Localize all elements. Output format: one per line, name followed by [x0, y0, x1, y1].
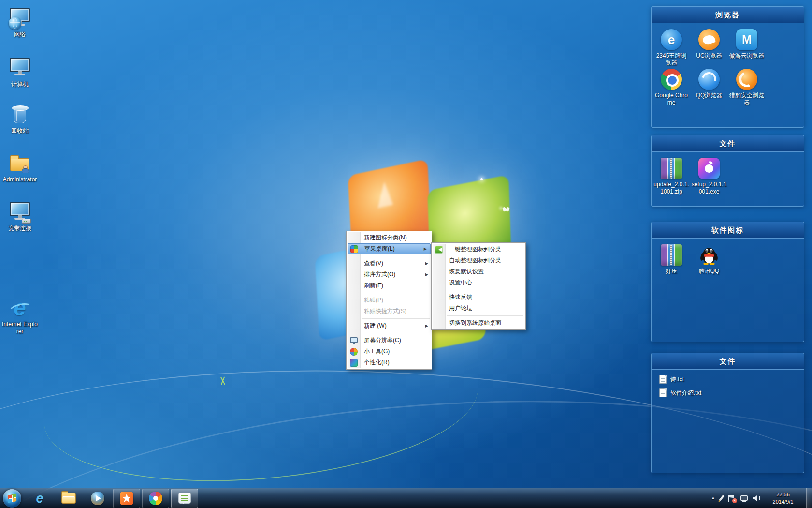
- panel-item-uc-browser[interactable]: UC浏览器: [690, 29, 728, 67]
- text-document-icon: [659, 388, 667, 397]
- menu-item-new-icon-category[interactable]: 新建图标分类(N): [347, 232, 432, 243]
- panel-item-liebao-browser[interactable]: 猎豹安全浏览器: [728, 69, 766, 106]
- panel-item-tencent-qq[interactable]: 腾讯QQ: [690, 244, 728, 275]
- wallpaper-sprig: [218, 376, 227, 385]
- panel-files-top-body: update_2.0.1.1001.zip setup_2.0.1.1001.e…: [652, 152, 804, 201]
- taskbar-message-app[interactable]: [171, 489, 198, 508]
- submenu-item-auto-organize[interactable]: 自动整理图标到分类: [432, 255, 525, 266]
- taskbar-flower-app[interactable]: [142, 489, 169, 508]
- panel-browsers: 浏览器 e 2345王牌浏览器 UC浏览器 M 傲游云浏览器 Google Ch: [651, 6, 804, 128]
- menu-item-screen-resolution[interactable]: 屏幕分辨率(C): [347, 335, 432, 346]
- tray-pen-icon[interactable]: [719, 495, 724, 501]
- desktop-icon-broadband[interactable]: 宽带连接: [1, 200, 39, 232]
- taskbar-clock[interactable]: 22:56 2014/9/1: [766, 491, 800, 506]
- desktop-icon-label: 回收站: [1, 127, 39, 134]
- panel-files-bottom-header[interactable]: 文件: [652, 353, 804, 370]
- panel-item-qq-browser[interactable]: QQ浏览器: [690, 69, 728, 106]
- menu-item-paste-shortcut: 粘贴快捷方式(S): [347, 306, 432, 317]
- start-button[interactable]: [3, 489, 21, 508]
- text-document-icon: [659, 375, 667, 384]
- panel-item-google-chrome[interactable]: Google Chrome: [652, 69, 690, 106]
- submenu-item-quick-feedback[interactable]: 快速反馈: [432, 292, 525, 303]
- internet-explorer-icon: e: [36, 492, 43, 505]
- context-submenu: 一键整理图标到分类 自动整理图标到分类 恢复默认设置 设置中心... 快速反馈 …: [431, 242, 526, 330]
- qq-penguin-icon: [698, 244, 720, 266]
- panel-item-setup-exe[interactable]: setup_2.0.1.1001.exe: [690, 158, 728, 195]
- apple-setup-icon: [698, 158, 720, 179]
- menu-separator: [362, 256, 430, 256]
- panel-files-bottom: 文件 诗.txt 软件介绍.txt: [651, 353, 804, 473]
- menu-item-gadgets[interactable]: 小工具(G): [347, 346, 432, 357]
- panel-files-top: 文件 update_2.0.1.1001.zip setup_2.0.1.100…: [651, 135, 804, 207]
- menu-item-view[interactable]: 查看(V) ▶: [347, 258, 432, 269]
- person-shape: [22, 165, 28, 173]
- taskbar-explorer[interactable]: [55, 489, 82, 508]
- submenu-item-one-key-organize[interactable]: 一键整理图标到分类: [432, 244, 525, 255]
- globe-shape: [9, 17, 21, 30]
- alert-badge: ×: [732, 498, 737, 503]
- file-row-poem-txt[interactable]: 诗.txt: [652, 373, 803, 386]
- screen: 网络 计算机 回收站 Administrator 宽带连接 e Internet…: [0, 0, 812, 508]
- internet-explorer-icon: e: [8, 296, 31, 319]
- uc-browser-icon: [698, 29, 720, 50]
- panel-files-bottom-body: 诗.txt 软件介绍.txt: [652, 370, 804, 404]
- menu-item-new[interactable]: 新建 (W) ▶: [347, 320, 432, 331]
- zip-archive-icon: [661, 158, 682, 179]
- media-player-icon: [91, 492, 104, 505]
- menu-item-sort-by[interactable]: 排序方式(O) ▶: [347, 269, 432, 280]
- taskbar-internet-explorer[interactable]: e: [26, 489, 53, 508]
- panel-software-header[interactable]: 软件图标: [652, 222, 804, 239]
- context-menu: 新建图标分类(N) 苹果桌面(L) ▶ 查看(V) ▶ 排序方式(O) ▶ 刷新…: [346, 231, 432, 370]
- menu-item-paste: 粘贴(P): [347, 295, 432, 306]
- broadband-connection-icon: [8, 200, 31, 224]
- menu-item-refresh[interactable]: 刷新(E): [347, 280, 432, 291]
- submenu-arrow-icon: ▶: [425, 320, 428, 331]
- menu-separator: [362, 333, 430, 333]
- desktop-icon-label: 计算机: [1, 81, 39, 88]
- desktop-icon-network[interactable]: 网络: [1, 6, 39, 38]
- 2345-browser-icon: e: [661, 29, 682, 50]
- file-row-software-intro-txt[interactable]: 软件介绍.txt: [652, 386, 803, 400]
- message-app-icon: [178, 493, 191, 504]
- taskbar-2345-app[interactable]: [113, 489, 140, 508]
- panel-browsers-body: e 2345王牌浏览器 UC浏览器 M 傲游云浏览器 Google Chrome: [652, 23, 804, 112]
- tray-network-icon[interactable]: [740, 495, 748, 501]
- apple-desktop-icon: [350, 245, 358, 253]
- modem-shape: [22, 219, 31, 224]
- panel-files-top-header[interactable]: 文件: [652, 135, 804, 152]
- tray-action-center-flag-icon[interactable]: ×: [728, 495, 735, 502]
- clock-date: 2014/9/1: [766, 498, 800, 506]
- tray-volume-icon[interactable]: [753, 495, 761, 501]
- panel-item-2345-browser[interactable]: e 2345王牌浏览器: [652, 29, 690, 67]
- menu-separator: [362, 318, 430, 319]
- menu-separator: [362, 293, 430, 293]
- desktop-icon-internet-explorer[interactable]: e Internet Explorer: [1, 296, 39, 335]
- panel-browsers-header[interactable]: 浏览器: [652, 7, 804, 23]
- system-tray: ▲ × 22:56 2014/9/1: [711, 488, 812, 508]
- submenu-item-switch-original-desktop[interactable]: 切换到系统原始桌面: [432, 317, 525, 329]
- desktop-icon-computer[interactable]: 计算机: [1, 56, 39, 88]
- submenu-item-settings-center[interactable]: 设置中心...: [432, 277, 525, 288]
- chrome-icon: [661, 69, 682, 90]
- screen-resolution-icon: [350, 337, 358, 343]
- panel-item-update-zip[interactable]: update_2.0.1.1001.zip: [652, 158, 690, 195]
- menu-item-apple-desktop[interactable]: 苹果桌面(L) ▶: [348, 243, 431, 254]
- panel-item-haozip[interactable]: 好压: [652, 244, 690, 275]
- submenu-item-user-forum[interactable]: 用户论坛: [432, 303, 525, 314]
- show-desktop-button[interactable]: [806, 488, 812, 508]
- desktop-icon-label: 网络: [1, 31, 39, 38]
- menu-separator: [447, 290, 523, 290]
- desktop-icon-recycle-bin[interactable]: 回收站: [1, 103, 39, 134]
- tray-chevron-up-icon[interactable]: ▲: [711, 496, 715, 500]
- taskbar-media-player[interactable]: [84, 489, 111, 508]
- panel-item-maxthon-browser[interactable]: M 傲游云浏览器: [728, 29, 766, 67]
- submenu-item-restore-defaults[interactable]: 恢复默认设置: [432, 266, 525, 277]
- wallpaper-sparkle: [480, 178, 483, 180]
- desktop-icon-administrator[interactable]: Administrator: [1, 151, 39, 183]
- user-folder-icon: [8, 151, 31, 175]
- menu-item-personalize[interactable]: 个性化(R): [347, 357, 432, 368]
- submenu-arrow-icon: ▶: [425, 258, 428, 269]
- desktop-icon-label: Administrator: [1, 176, 39, 183]
- qq-browser-icon: [698, 69, 720, 90]
- submenu-arrow-icon: ▶: [425, 269, 428, 280]
